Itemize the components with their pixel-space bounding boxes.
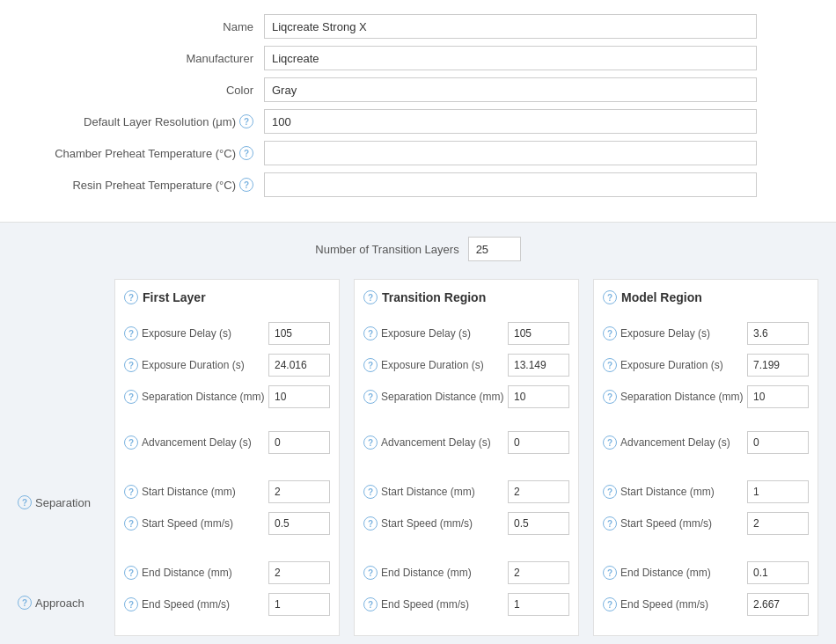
first-app-end-speed-help[interactable]: ? (124, 597, 138, 611)
transition-layers-input[interactable] (468, 237, 521, 261)
first-exposure-duration-help[interactable]: ? (124, 358, 138, 372)
mr-separation-distance-input[interactable] (747, 385, 809, 408)
chamber-input[interactable] (264, 141, 757, 165)
tr-exposure-delay-label: ? Exposure Delay (s) (363, 326, 508, 340)
manufacturer-row: Manufacturer (18, 46, 818, 70)
tr-app-end-speed-label: ? End Speed (mm/s) (363, 597, 508, 611)
mr-separation-distance-row: ? Separation Distance (mm) (603, 385, 809, 408)
model-region-header: ? Model Region (603, 290, 809, 310)
tr-sep-start-speed-help[interactable]: ? (363, 516, 378, 531)
chamber-row: Chamber Preheat Temperature (°C) ? (18, 141, 818, 165)
tr-separation-distance-help[interactable]: ? (363, 390, 378, 404)
first-app-end-distance-label: ? End Distance (mm) (124, 566, 268, 580)
first-advancement-delay-help[interactable]: ? (124, 435, 138, 450)
mr-sep-start-distance-input[interactable] (747, 480, 809, 503)
mr-separation-distance-label: ? Separation Distance (mm) (603, 390, 747, 404)
first-advancement-delay-input[interactable] (268, 431, 330, 454)
mr-exposure-delay-help[interactable]: ? (603, 326, 617, 340)
tr-separation-distance-input[interactable] (508, 385, 569, 408)
first-sep-start-speed-row: ? Start Speed (mm/s) (124, 512, 330, 535)
mr-exposure-delay-input[interactable] (747, 322, 809, 345)
mr-app-end-speed-row: ? End Speed (mm/s) (603, 593, 809, 616)
tr-app-end-speed-help[interactable]: ? (363, 597, 378, 611)
mr-sep-start-speed-help[interactable]: ? (603, 516, 617, 531)
default-layer-input[interactable] (264, 109, 757, 134)
first-sep-start-speed-help[interactable]: ? (124, 516, 138, 531)
first-exposure-duration-input[interactable] (268, 354, 330, 377)
mr-app-end-speed-help[interactable]: ? (603, 597, 617, 611)
first-separation-distance-label: ? Separation Distance (mm) (124, 390, 268, 404)
resin-input[interactable] (264, 172, 757, 197)
tr-exposure-delay-help[interactable]: ? (363, 326, 378, 340)
separation-section-label: ? Separation (18, 495, 114, 509)
mr-advancement-delay-help[interactable]: ? (603, 435, 617, 450)
first-separation-distance-input[interactable] (268, 385, 330, 408)
mr-sep-start-distance-label: ? Start Distance (mm) (603, 485, 747, 499)
first-sep-start-distance-help[interactable]: ? (124, 485, 138, 499)
mr-advancement-delay-input[interactable] (747, 431, 809, 454)
mr-exposure-duration-input[interactable] (747, 354, 809, 377)
mr-sep-start-speed-input[interactable] (747, 512, 809, 535)
mr-app-end-speed-input[interactable] (747, 593, 809, 616)
name-input[interactable] (264, 14, 757, 39)
resin-help-icon[interactable]: ? (239, 178, 253, 192)
first-separation-distance-help[interactable]: ? (124, 390, 138, 404)
tr-sep-start-distance-input[interactable] (508, 480, 569, 503)
first-sep-start-speed-input[interactable] (268, 512, 330, 535)
tr-exposure-duration-help[interactable]: ? (363, 358, 378, 372)
tr-advancement-delay-help[interactable]: ? (363, 435, 378, 450)
tr-exposure-delay-row: ? Exposure Delay (s) (363, 322, 569, 345)
approach-section-label: ? Approach (18, 596, 114, 610)
tr-sep-start-speed-label: ? Start Speed (mm/s) (363, 516, 508, 531)
first-app-end-distance-input[interactable] (268, 561, 330, 584)
color-input[interactable] (264, 77, 757, 102)
tr-sep-start-speed-row: ? Start Speed (mm/s) (363, 512, 569, 535)
tr-exposure-duration-input[interactable] (508, 354, 569, 377)
first-layer-help-icon[interactable]: ? (124, 290, 138, 304)
mr-advancement-delay-row: ? Advancement Delay (s) (603, 431, 809, 454)
manufacturer-input[interactable] (264, 46, 757, 70)
resin-label: Resin Preheat Temperature (°C) ? (18, 178, 264, 192)
first-app-end-distance-help[interactable]: ? (124, 566, 138, 580)
default-layer-help-icon[interactable]: ? (239, 114, 253, 128)
chamber-help-icon[interactable]: ? (239, 146, 253, 160)
first-separation-distance-row: ? Separation Distance (mm) (124, 385, 330, 408)
mr-app-end-distance-row: ? End Distance (mm) (603, 561, 809, 584)
first-sep-start-distance-row: ? Start Distance (mm) (124, 480, 330, 503)
tr-exposure-delay-input[interactable] (508, 322, 569, 345)
model-region-column: ? Model Region ? Exposure Delay (s) ? Ex… (593, 279, 818, 636)
name-label: Name (18, 20, 264, 33)
mr-app-end-distance-help[interactable]: ? (603, 566, 617, 580)
first-exposure-delay-input[interactable] (268, 322, 330, 345)
tr-advancement-delay-input[interactable] (508, 431, 569, 454)
mr-exposure-delay-row: ? Exposure Delay (s) (603, 322, 809, 345)
mr-separation-distance-help[interactable]: ? (603, 390, 617, 404)
first-app-end-speed-label: ? End Speed (mm/s) (124, 597, 268, 611)
tr-separation-distance-row: ? Separation Distance (mm) (363, 385, 569, 408)
mr-app-end-distance-input[interactable] (747, 561, 809, 584)
transition-region-help-icon[interactable]: ? (363, 290, 378, 304)
tr-app-end-speed-input[interactable] (508, 593, 569, 616)
first-exposure-duration-label: ? Exposure Duration (s) (124, 358, 268, 372)
mr-advancement-delay-label: ? Advancement Delay (s) (603, 435, 747, 450)
mr-exposure-duration-help[interactable]: ? (603, 358, 617, 372)
first-layer-header: ? First Layer (124, 290, 330, 310)
first-sep-start-distance-input[interactable] (268, 480, 330, 503)
mr-sep-start-distance-help[interactable]: ? (603, 485, 617, 499)
model-region-help-icon[interactable]: ? (603, 290, 617, 304)
tr-advancement-delay-row: ? Advancement Delay (s) (363, 431, 569, 454)
mr-sep-start-speed-label: ? Start Speed (mm/s) (603, 516, 747, 531)
left-labels: ? Separation ? Approach (18, 279, 114, 610)
tr-sep-start-speed-input[interactable] (508, 512, 569, 535)
first-exposure-delay-help[interactable]: ? (124, 326, 138, 340)
transition-layers-row: Number of Transition Layers (18, 237, 818, 261)
tr-app-end-distance-row: ? End Distance (mm) (363, 561, 569, 584)
first-app-end-speed-input[interactable] (268, 593, 330, 616)
separation-help-icon[interactable]: ? (18, 495, 32, 509)
tr-app-end-distance-help[interactable]: ? (363, 566, 378, 580)
tr-app-end-distance-input[interactable] (508, 561, 569, 584)
tr-sep-start-distance-help[interactable]: ? (363, 485, 378, 499)
resin-row: Resin Preheat Temperature (°C) ? (18, 172, 818, 197)
tr-exposure-duration-label: ? Exposure Duration (s) (363, 358, 508, 372)
approach-help-icon[interactable]: ? (18, 596, 32, 610)
